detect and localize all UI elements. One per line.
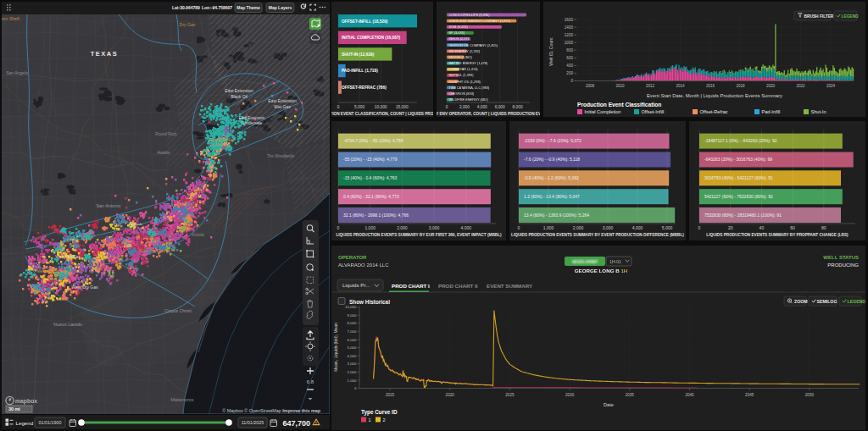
svg-text:4,000: 4,000 xyxy=(632,225,643,230)
svg-text:Austin: Austin xyxy=(158,150,170,155)
svg-text:CONOCOPHILLIPS (8,996): CONOCOPHILLIPS (8,996) xyxy=(449,13,491,17)
svg-text:01/01/1900: 01/01/1900 xyxy=(39,420,62,425)
svg-text:1200: 1200 xyxy=(565,33,574,37)
svg-text:PRODUCING: PRODUCING xyxy=(827,262,859,268)
svg-text:1600: 1600 xyxy=(565,18,574,22)
svg-text:10,000: 10,000 xyxy=(345,305,357,309)
svg-text:2020: 2020 xyxy=(446,393,455,397)
svg-text:5421127 (60%) - 7532830 (80%):: 5421127 (60%) - 7532830 (80%): 92 xyxy=(704,194,773,199)
svg-text:2020: 2020 xyxy=(766,84,776,88)
svg-text:BAYTEX ENERGY (1,478): BAYTEX ENERGY (1,478) xyxy=(449,61,489,65)
svg-text:Pad-Infill: Pad-Infill xyxy=(762,109,781,114)
svg-text:10,000: 10,000 xyxy=(375,105,387,109)
svg-text:2016: 2016 xyxy=(706,84,715,88)
svg-text:SHUT-IN (12,629): SHUT-IN (12,629) xyxy=(342,52,375,57)
svg-text:1,000: 1,000 xyxy=(543,225,554,230)
svg-text:Black Oil: Black Oil xyxy=(231,94,248,99)
svg-text:2,000: 2,000 xyxy=(397,225,408,230)
svg-text:0.4 (60%) - 32.1 (80%): 4,773: 0.4 (60%) - 32.1 (80%): 4,773 xyxy=(343,194,399,199)
svg-text:2045: 2045 xyxy=(745,393,754,397)
svg-text:LEGEND: LEGEND xyxy=(842,14,860,19)
svg-text:-2193 (0%) - -7.6 (20%): 5,072: -2193 (0%) - -7.6 (20%): 5,072 xyxy=(524,138,581,143)
svg-text:Map Theme: Map Theme xyxy=(236,5,260,10)
svg-text:0: 0 xyxy=(518,225,520,230)
svg-text:The Woodlands: The Woodlands xyxy=(267,154,295,158)
svg-text:Well ID, Count: Well ID, Count xyxy=(548,37,554,66)
svg-text:8,000: 8,000 xyxy=(348,321,358,325)
svg-text:East Extension: East Extension xyxy=(209,138,236,142)
svg-text:200: 200 xyxy=(566,71,573,75)
svg-text:ern Shelf: ern Shelf xyxy=(2,16,19,21)
svg-text:East Extension: East Extension xyxy=(225,88,253,93)
svg-text:West Condensate: West Condensate xyxy=(37,269,69,274)
svg-text:5,000: 5,000 xyxy=(354,105,364,109)
svg-text:2014: 2014 xyxy=(676,84,685,88)
svg-text:0: 0 xyxy=(698,225,701,230)
svg-text:2: 2 xyxy=(383,417,386,423)
svg-text:San Angelo: San Angelo xyxy=(6,70,28,75)
svg-text:West Dry Gas: West Dry Gas xyxy=(71,285,98,290)
svg-text:647,700: 647,700 xyxy=(282,419,310,428)
svg-text:TSM CATARINA, LLC (983): TSM CATARINA, LLC (983) xyxy=(449,86,491,90)
svg-text:LIQUIDS PRODUCTION EVENTS SUMM: LIQUIDS PRODUCTION EVENTS SUMMARY BY EVE… xyxy=(511,233,684,237)
svg-text:PROD CHART II: PROD CHART II xyxy=(438,283,478,289)
svg-text:Matamoros: Matamoros xyxy=(171,397,194,402)
svg-text:8,000: 8,000 xyxy=(513,105,523,109)
svg-text:2050: 2050 xyxy=(805,393,815,397)
svg-text:OFFSET-REFRAC (786): OFFSET-REFRAC (786) xyxy=(342,86,387,90)
svg-text:3,000: 3,000 xyxy=(603,225,614,230)
svg-text:2010: 2010 xyxy=(615,84,625,88)
svg-text:2030: 2030 xyxy=(565,393,575,397)
svg-text:Mean, Liquids (bbl), Mean: Mean, Liquids (bbl), Mean xyxy=(333,323,338,372)
svg-text:Condensate: Condensate xyxy=(242,121,263,125)
svg-text:15,000: 15,000 xyxy=(396,105,409,109)
svg-text:1400: 1400 xyxy=(565,25,574,30)
svg-text:INEOS (2,571): INEOS (2,571) xyxy=(449,36,471,41)
svg-text:Round Rock: Round Rock xyxy=(155,132,177,136)
svg-text:40: 40 xyxy=(760,225,765,230)
svg-text:SEMILOG: SEMILOG xyxy=(817,299,837,304)
svg-text:Legend: Legend xyxy=(16,420,34,426)
svg-text:LIQUIDS PRODUCTION EVENTS SUMM: LIQUIDS PRODUCTION EVENTS SUMMARY BY PRO… xyxy=(706,233,849,237)
svg-text:2012: 2012 xyxy=(646,84,655,88)
svg-text:2,000: 2,000 xyxy=(348,370,358,374)
svg-text:-4734.7 (0%) - -55 (20%): 4,76: -4734.7 (0%) - -55 (20%): 4,769 xyxy=(343,138,403,143)
svg-text:mapbox: mapbox xyxy=(15,398,37,405)
svg-text:Event Start Date, Month | Liqu: Event Start Date, Month | Liquids Produc… xyxy=(647,93,782,98)
svg-text:2035: 2035 xyxy=(626,393,635,397)
svg-text:BP (3,033): BP (3,033) xyxy=(449,30,465,35)
svg-text:EVENT SUMMARY: EVENT SUMMARY xyxy=(487,283,533,289)
svg-text:3,000: 3,000 xyxy=(429,225,440,230)
svg-text:LONESTAR (1,414): LONESTAR (1,414) xyxy=(449,67,479,71)
svg-text:Offset-Infill: Offset-Infill xyxy=(642,109,665,114)
svg-text:42123-34567: 42123-34567 xyxy=(572,259,598,264)
svg-text:0: 0 xyxy=(337,225,340,230)
svg-text:Type Curve ID: Type Curve ID xyxy=(361,409,398,416)
svg-text:1.2 (60%) - 13.4 (80%): 5,047: 1.2 (60%) - 13.4 (80%): 5,047 xyxy=(524,194,580,199)
svg-text:4,000: 4,000 xyxy=(477,105,487,109)
svg-text:2018: 2018 xyxy=(736,84,745,88)
svg-text:5,000: 5,000 xyxy=(348,345,358,350)
svg-text:-643263 (20%) - 3016763 (40%):: -643263 (20%) - 3016763 (40%): 99 xyxy=(704,157,772,162)
svg-text:Victoria: Victoria xyxy=(191,233,204,237)
svg-text:1,000: 1,000 xyxy=(364,225,376,230)
svg-text:East Extension: East Extension xyxy=(239,116,265,120)
svg-text:BRUSH FILTER: BRUSH FILTER xyxy=(804,14,834,19)
svg-text:600: 600 xyxy=(566,56,573,60)
svg-text:30 mi: 30 mi xyxy=(8,406,20,412)
svg-text:Liquids Pr...: Liquids Pr... xyxy=(342,282,370,288)
svg-text:80: 80 xyxy=(821,225,826,230)
svg-text:1H-01: 1H-01 xyxy=(609,259,621,264)
svg-text:VERDUN OIL COMPANY (2,455): VERDUN OIL COMPANY (2,455) xyxy=(449,43,498,47)
svg-text:2,000: 2,000 xyxy=(573,225,584,230)
svg-text:LIQUIDS PRODUCTION EVENTS SUMM: LIQUIDS PRODUCTION EVENTS SUMMARY BY EUR… xyxy=(336,233,502,237)
svg-text:4,000: 4,000 xyxy=(461,225,472,230)
svg-text:6,000: 6,000 xyxy=(348,338,358,342)
svg-text:Lat:30.964789: Lat:30.964789 xyxy=(172,5,200,10)
svg-text:Show Historical: Show Historical xyxy=(349,299,390,305)
svg-text:BY ENV OPERATOR, COUNT | LIQUI: BY ENV OPERATOR, COUNT | LIQUIDS PRODUCT… xyxy=(437,112,540,116)
svg-text:TEXAS: TEXAS xyxy=(91,50,119,58)
svg-text:2015: 2015 xyxy=(386,393,395,397)
svg-text:0: 0 xyxy=(570,79,573,83)
svg-text:0: 0 xyxy=(337,105,340,109)
